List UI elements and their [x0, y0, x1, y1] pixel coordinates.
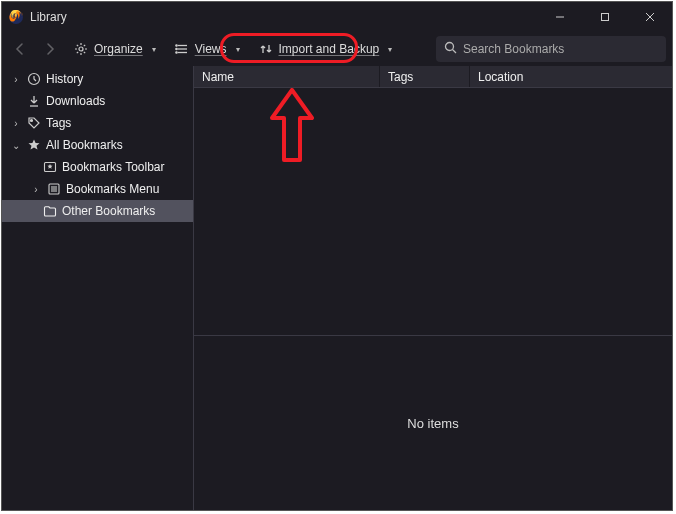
- search-icon: [444, 41, 457, 57]
- sidebar-item-label: Tags: [46, 116, 71, 130]
- svg-line-11: [84, 52, 85, 53]
- sidebar-item-downloads[interactable]: Downloads: [2, 90, 193, 112]
- window-title: Library: [30, 10, 67, 24]
- close-button[interactable]: [627, 2, 672, 32]
- svg-point-20: [446, 43, 454, 51]
- svg-point-19: [176, 52, 177, 53]
- details-pane: No items: [194, 335, 672, 510]
- column-header-name[interactable]: Name: [194, 66, 380, 87]
- window-controls: [537, 2, 672, 32]
- firefox-icon: [8, 9, 24, 25]
- import-backup-menu[interactable]: Import and Backup ▾: [253, 36, 400, 62]
- bookmarks-toolbar-icon: [42, 159, 58, 175]
- chevron-right-icon: ›: [10, 74, 22, 85]
- maximize-button[interactable]: [582, 2, 627, 32]
- search-box[interactable]: [436, 36, 666, 62]
- download-icon: [26, 93, 42, 109]
- clock-icon: [26, 71, 42, 87]
- sidebar-item-label: Bookmarks Toolbar: [62, 160, 165, 174]
- gear-icon: [74, 42, 88, 56]
- chevron-down-icon: ▾: [151, 46, 157, 52]
- organize-label: Organize: [94, 42, 143, 56]
- titlebar: Library: [2, 2, 672, 32]
- column-header-location[interactable]: Location: [470, 66, 672, 87]
- svg-line-10: [77, 45, 78, 46]
- sidebar-item-label: Downloads: [46, 94, 105, 108]
- svg-point-24: [31, 120, 33, 122]
- search-input[interactable]: [463, 42, 658, 56]
- back-button[interactable]: [8, 37, 32, 61]
- svg-rect-2: [601, 14, 608, 21]
- minimize-button[interactable]: [537, 2, 582, 32]
- svg-point-5: [79, 47, 83, 51]
- toolbar: Organize ▾ Views ▾ Import and Backup ▾: [2, 32, 672, 66]
- empty-message: No items: [407, 416, 458, 431]
- bookmarks-menu-icon: [46, 181, 62, 197]
- sidebar-item-bookmarks-toolbar[interactable]: Bookmarks Toolbar: [2, 156, 193, 178]
- chevron-down-icon: ⌄: [10, 140, 22, 151]
- import-backup-label: Import and Backup: [279, 42, 380, 56]
- views-menu[interactable]: Views ▾: [169, 36, 247, 62]
- library-window: Library Organize ▾: [1, 1, 673, 511]
- svg-line-21: [453, 50, 457, 54]
- sidebar-item-tags[interactable]: › Tags: [2, 112, 193, 134]
- sidebar-item-label: History: [46, 72, 83, 86]
- chevron-down-icon: ▾: [387, 46, 393, 52]
- chevron-down-icon: ▾: [235, 46, 241, 52]
- svg-line-12: [84, 45, 85, 46]
- svg-point-18: [176, 48, 177, 49]
- main-pane: Name Tags Location No items: [194, 66, 672, 510]
- sidebar-item-bookmarks-menu[interactable]: › Bookmarks Menu: [2, 178, 193, 200]
- views-label: Views: [195, 42, 227, 56]
- star-icon: [26, 137, 42, 153]
- sidebar-item-label: All Bookmarks: [46, 138, 123, 152]
- chevron-right-icon: ›: [10, 118, 22, 129]
- tag-icon: [26, 115, 42, 131]
- sidebar-item-other-bookmarks[interactable]: Other Bookmarks: [2, 200, 193, 222]
- folder-icon: [42, 203, 58, 219]
- list-icon: [175, 42, 189, 56]
- column-header-tags[interactable]: Tags: [380, 66, 470, 87]
- forward-button[interactable]: [38, 37, 62, 61]
- chevron-right-icon: ›: [30, 184, 42, 195]
- organize-menu[interactable]: Organize ▾: [68, 36, 163, 62]
- svg-point-17: [176, 45, 177, 46]
- bookmark-list[interactable]: [194, 88, 672, 335]
- svg-line-13: [77, 52, 78, 53]
- body: › History Downloads › Tags ⌄: [2, 66, 672, 510]
- sidebar-item-all-bookmarks[interactable]: ⌄ All Bookmarks: [2, 134, 193, 156]
- sidebar-item-label: Other Bookmarks: [62, 204, 155, 218]
- sidebar-item-history[interactable]: › History: [2, 68, 193, 90]
- import-export-icon: [259, 42, 273, 56]
- column-headers: Name Tags Location: [194, 66, 672, 88]
- sidebar-item-label: Bookmarks Menu: [66, 182, 159, 196]
- sidebar: › History Downloads › Tags ⌄: [2, 66, 194, 510]
